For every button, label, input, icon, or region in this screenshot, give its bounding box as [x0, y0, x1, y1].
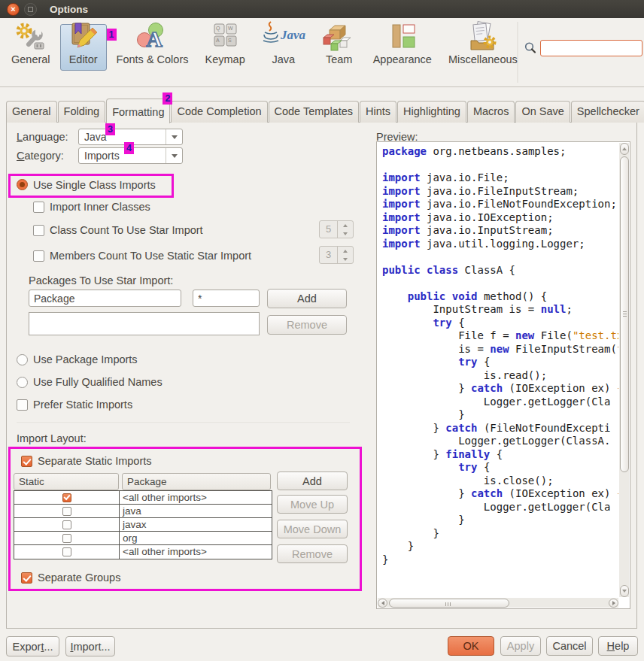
package-list[interactable] [29, 312, 260, 335]
checkbox-members-count-static-star[interactable] [33, 250, 44, 262]
table-row[interactable]: org [14, 532, 272, 545]
package-input[interactable] [29, 290, 181, 307]
radio-use-single-class-imports[interactable] [17, 179, 28, 190]
separator-line [17, 423, 350, 424]
star-input[interactable] [193, 290, 260, 307]
preview-code: package org.netbeans.samples; import jav… [378, 143, 618, 597]
static-cell [14, 532, 120, 544]
apply-button: Apply [500, 636, 541, 656]
toolbar-item-miscellaneous[interactable]: Miscellaneous [442, 24, 524, 71]
tab-code-completion[interactable]: Code Completion [171, 101, 267, 123]
static-checkbox[interactable] [62, 547, 71, 556]
packages-star-import-label: Packages To Use Star Import: [29, 274, 173, 287]
svg-text:Java: Java [280, 28, 305, 42]
move-down-button: Move Down [277, 520, 348, 538]
checkbox-separate-groups-label: Separate Groups [38, 572, 120, 584]
radio-use-package-imports[interactable] [17, 354, 28, 365]
scroll-left-icon[interactable] [378, 599, 387, 608]
toolbar-item-label: Editor [69, 53, 98, 65]
search-input[interactable] [540, 40, 642, 56]
window-title: Options [50, 4, 88, 15]
horizontal-scroll-thumb[interactable] [389, 599, 509, 608]
import-button[interactable]: Import... [65, 636, 115, 656]
table-row[interactable]: <all other imports> [14, 491, 272, 505]
static-checkbox[interactable] [62, 534, 71, 543]
search-icon[interactable] [524, 41, 537, 55]
package-cell: java [120, 505, 272, 517]
tab-folding[interactable]: Folding [58, 101, 106, 123]
combobox-arrow-icon[interactable] [166, 129, 182, 144]
toolbar-item-team[interactable]: Team [315, 24, 363, 71]
combobox-arrow-icon[interactable] [166, 148, 182, 163]
table-row[interactable]: <all other imports> [14, 545, 272, 559]
options-panel: Language: Java 3 Category: Imports 4 Use… [6, 122, 637, 629]
checkbox-separate-groups[interactable] [21, 572, 32, 584]
spinner-up-icon [338, 247, 353, 255]
toolbar-item-label: Team [326, 53, 352, 65]
vertical-scrollbar[interactable] [619, 143, 629, 597]
tab-formatting[interactable]: Formatting2 [106, 99, 170, 123]
scroll-up-icon[interactable] [620, 143, 629, 155]
miscellaneous-icon [465, 21, 501, 53]
table-row[interactable]: java [14, 505, 272, 518]
scroll-down-icon[interactable] [620, 585, 629, 597]
checkbox-import-inner-classes[interactable] [33, 202, 44, 213]
annotation-marker-4: 4 [124, 142, 134, 154]
scroll-right-icon[interactable] [609, 599, 618, 608]
tab-general[interactable]: General [6, 101, 57, 123]
maximize-button[interactable] [24, 3, 37, 16]
checkbox-prefer-static-imports[interactable] [17, 399, 28, 411]
vertical-scroll-thumb[interactable] [620, 156, 629, 472]
export-button[interactable]: Export... [6, 636, 59, 656]
ok-button[interactable]: OK [448, 636, 494, 656]
table-header-package[interactable]: Package [122, 473, 271, 490]
toolbar-item-fonts-colors[interactable]: AFonts & Colors [110, 24, 196, 71]
cancel-button[interactable]: Cancel [546, 636, 593, 656]
add-package-button[interactable]: Add [267, 289, 347, 308]
horizontal-scrollbar[interactable] [378, 598, 618, 608]
preview-code-panel: package org.netbeans.samples; import jav… [376, 141, 630, 609]
members-count-spinner: 3 [319, 246, 354, 264]
svg-text:A: A [146, 26, 163, 51]
tab-hints[interactable]: Hints [360, 101, 396, 123]
checkbox-class-count-star-import[interactable] [33, 225, 44, 236]
static-checkbox[interactable] [62, 493, 71, 502]
toolbar-item-keymap[interactable]: QWASKeymap [199, 24, 252, 71]
toolbar-item-general[interactable]: General [5, 24, 57, 71]
radio-use-fully-qualified-names-label: Use Fully Qualified Names [33, 376, 163, 388]
close-button[interactable]: × [7, 3, 20, 16]
tab-macros[interactable]: Macros [467, 101, 515, 123]
checkbox-separate-static-imports[interactable] [21, 456, 32, 467]
fonts-colors-icon: A [135, 21, 171, 53]
tab-spellchecker[interactable]: Spellchecker [571, 101, 644, 123]
class-count-spinner: 5 [319, 220, 354, 238]
toolbar-item-appearance[interactable]: Appearance [366, 24, 439, 71]
java-icon: Java [262, 21, 305, 53]
static-checkbox[interactable] [62, 520, 71, 529]
add-layout-button[interactable]: Add [277, 471, 348, 490]
static-checkbox[interactable] [62, 507, 71, 516]
radio-use-fully-qualified-names[interactable] [17, 377, 28, 388]
help-button[interactable]: Help [598, 636, 638, 656]
footer: Export... Import... OK Apply Cancel Help [0, 629, 644, 661]
tab-on-save[interactable]: On Save [515, 101, 570, 123]
remove-package-button: Remove [267, 315, 347, 335]
table-row[interactable]: javax [14, 518, 272, 532]
toolbar-item-label: Java [272, 53, 295, 65]
language-value: Java [84, 131, 107, 143]
toolbar-item-label: Miscellaneous [448, 53, 518, 65]
checkbox-import-inner-classes-label: Import Inner Classes [50, 201, 150, 213]
editor-icon [67, 21, 100, 53]
static-cell [14, 491, 120, 504]
appearance-icon [386, 21, 419, 53]
spinner-down-icon [338, 229, 353, 238]
toolbar-item-java[interactable]: JavaJava [255, 24, 312, 71]
annotation-marker-2: 2 [163, 92, 172, 105]
table-header-static[interactable]: Static [14, 473, 119, 490]
static-cell [14, 518, 120, 531]
tab-code-templates[interactable]: Code Templates [269, 101, 360, 123]
svg-text:S: S [228, 38, 232, 43]
toolbar-item-editor[interactable]: Editor1 [60, 24, 107, 71]
move-up-button: Move Up [277, 495, 348, 514]
tab-highlighting[interactable]: Highlighting [397, 101, 466, 123]
